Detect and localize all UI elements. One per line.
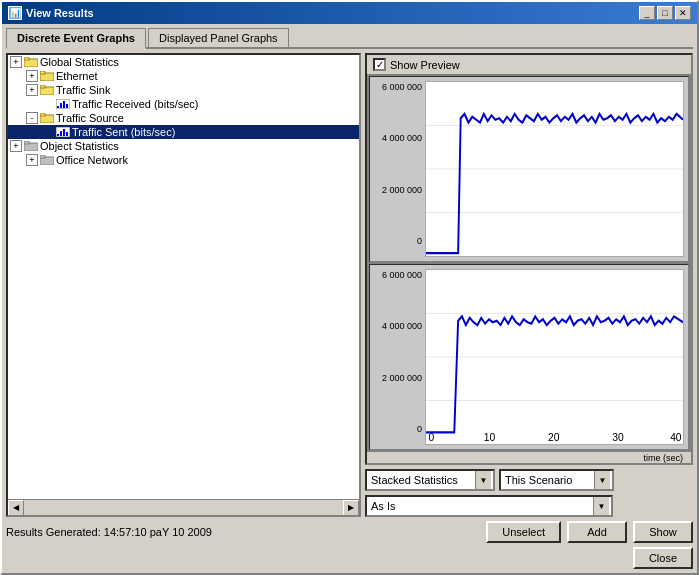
folder-icon-traffic-sink (40, 84, 54, 96)
stacked-statistics-arrow: ▼ (475, 471, 491, 489)
tree-scroll[interactable]: + Global Statistics + Ethernet (8, 55, 359, 499)
tab-discrete-event[interactable]: Discrete Event Graphs (6, 28, 146, 49)
close-button[interactable]: Close (633, 547, 693, 569)
svg-rect-19 (24, 141, 29, 144)
svg-rect-16 (63, 129, 65, 136)
scroll-left[interactable]: ◀ (8, 500, 24, 516)
controls-row-2: As Is ▼ (365, 495, 693, 517)
status-text: Results Generated: 14:57:10 paY 10 2009 (6, 526, 212, 538)
tabs-bar: Discrete Event Graphs Displayed Panel Gr… (6, 28, 693, 49)
expand-object-stats[interactable]: + (10, 140, 22, 152)
add-button[interactable]: Add (567, 521, 627, 543)
tree-item-office-network[interactable]: + Office Network (8, 153, 359, 167)
window-content: Discrete Event Graphs Displayed Panel Gr… (2, 24, 697, 573)
folder-icon-traffic-source (40, 112, 54, 124)
window-title: View Results (26, 7, 94, 19)
label-ethernet: Ethernet (56, 70, 98, 82)
tree-item-traffic-sent[interactable]: Traffic Sent (bits/sec) (8, 125, 359, 139)
svg-rect-5 (40, 85, 45, 88)
svg-rect-7 (57, 106, 59, 108)
tree-item-traffic-sink[interactable]: + Traffic Sink (8, 83, 359, 97)
window-icon: 📊 (8, 6, 22, 20)
this-scenario-arrow: ▼ (594, 471, 610, 489)
tree-item-object-stats[interactable]: + Object Statistics (8, 139, 359, 153)
controls-row-1: Stacked Statistics ▼ This Scenario ▼ (365, 469, 693, 491)
svg-rect-12 (40, 113, 45, 116)
tree-item-traffic-source[interactable]: - Traffic Source (8, 111, 359, 125)
scroll-right[interactable]: ▶ (343, 500, 359, 516)
stacked-statistics-value: Stacked Statistics (369, 474, 475, 486)
svg-text:40: 40 (670, 431, 681, 444)
time-label-text: time (sec) (643, 453, 683, 463)
main-window: 📊 View Results _ □ ✕ Discrete Event Grap… (0, 0, 699, 575)
tree-item-global-stats[interactable]: + Global Statistics (8, 55, 359, 69)
close-button[interactable]: ✕ (675, 6, 691, 20)
chart-area-1 (425, 81, 684, 257)
as-is-arrow: ▼ (593, 497, 609, 515)
svg-rect-1 (24, 57, 29, 60)
graph-panel-1: 6 000 000 4 000 000 2 000 000 0 (369, 76, 689, 262)
title-bar: 📊 View Results _ □ ✕ (2, 2, 697, 24)
folder-icon-office-network (40, 154, 54, 166)
preview-area: ✓ Show Preview 6 000 000 4 000 000 2 000… (365, 53, 693, 465)
unselect-button[interactable]: Unselect (486, 521, 561, 543)
expand-traffic-sink[interactable]: + (26, 84, 38, 96)
right-panel: ✓ Show Preview 6 000 000 4 000 000 2 000… (365, 53, 693, 517)
label-object-stats: Object Statistics (40, 140, 119, 152)
label-traffic-sink: Traffic Sink (56, 84, 110, 96)
expand-traffic-source[interactable]: - (26, 112, 38, 124)
label-global-stats: Global Statistics (40, 56, 119, 68)
scroll-track-h[interactable] (24, 500, 343, 516)
show-preview-label: Show Preview (390, 59, 460, 71)
label-traffic-sent: Traffic Sent (bits/sec) (72, 126, 175, 138)
graph-icon-traffic-received (56, 98, 70, 110)
expand-ethernet[interactable]: + (26, 70, 38, 82)
svg-text:10: 10 (484, 431, 495, 444)
main-area: + Global Statistics + Ethernet (6, 53, 693, 517)
tree-item-traffic-received[interactable]: Traffic Received (bits/sec) (8, 97, 359, 111)
y-axis-2: 6 000 000 4 000 000 2 000 000 0 (370, 265, 425, 449)
minimize-button[interactable]: _ (639, 6, 655, 20)
y-label-1-6m: 6 000 000 (382, 82, 422, 92)
left-panel: + Global Statistics + Ethernet (6, 53, 361, 517)
label-office-network: Office Network (56, 154, 128, 166)
action-buttons: Unselect Add Show (486, 521, 693, 543)
show-preview-bar: ✓ Show Preview (367, 55, 691, 74)
svg-rect-3 (40, 71, 45, 74)
label-traffic-received: Traffic Received (bits/sec) (72, 98, 199, 110)
y-label-1-2m: 2 000 000 (382, 185, 422, 195)
stacked-statistics-select[interactable]: Stacked Statistics ▼ (365, 469, 495, 491)
tree-item-ethernet[interactable]: + Ethernet (8, 69, 359, 83)
bottom-bar: Results Generated: 14:57:10 paY 10 2009 … (6, 521, 693, 543)
folder-icon-ethernet (40, 70, 54, 82)
h-scrollbar[interactable]: ◀ ▶ (8, 499, 359, 515)
y-label-1-4m: 4 000 000 (382, 133, 422, 143)
folder-icon-object-stats (24, 140, 38, 152)
show-button[interactable]: Show (633, 521, 693, 543)
y-label-2-0: 0 (417, 424, 422, 434)
folder-icon-global (24, 56, 38, 68)
y-axis-1: 6 000 000 4 000 000 2 000 000 0 (370, 77, 425, 261)
show-preview-checkbox[interactable]: ✓ (373, 58, 386, 71)
graph-panel-2: 6 000 000 4 000 000 2 000 000 0 (369, 264, 689, 450)
graphs-container: 6 000 000 4 000 000 2 000 000 0 (367, 74, 691, 452)
y-label-1-0: 0 (417, 236, 422, 246)
svg-rect-14 (57, 134, 59, 136)
svg-text:30: 30 (612, 431, 623, 444)
close-row: Close (6, 547, 693, 569)
graph-icon-traffic-sent (56, 126, 70, 138)
label-traffic-source: Traffic Source (56, 112, 124, 124)
svg-text:20: 20 (548, 431, 559, 444)
this-scenario-select[interactable]: This Scenario ▼ (499, 469, 614, 491)
y-label-2-4m: 4 000 000 (382, 321, 422, 331)
svg-rect-15 (60, 131, 62, 136)
svg-rect-21 (40, 155, 45, 158)
expand-global-stats[interactable]: + (10, 56, 22, 68)
tab-displayed-panel[interactable]: Displayed Panel Graphs (148, 28, 289, 47)
as-is-select[interactable]: As Is ▼ (365, 495, 613, 517)
title-bar-left: 📊 View Results (8, 6, 94, 20)
time-axis-label: time (sec) (367, 453, 691, 463)
expand-office-network[interactable]: + (26, 154, 38, 166)
svg-rect-10 (66, 104, 68, 108)
maximize-button[interactable]: □ (657, 6, 673, 20)
